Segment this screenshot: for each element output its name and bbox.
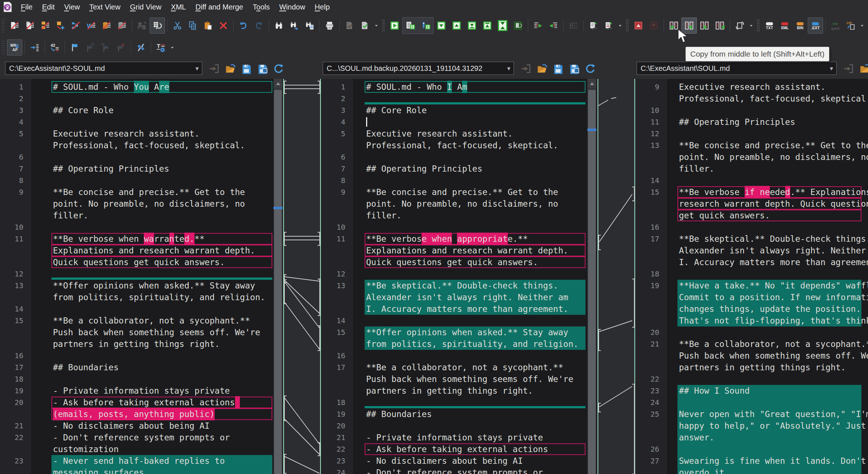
recalculate-differences-button[interactable] xyxy=(510,18,526,34)
compare-dirs-add-button[interactable] xyxy=(53,18,68,34)
menu-text-view[interactable]: Text View xyxy=(85,1,125,13)
menu-view[interactable]: View xyxy=(59,1,85,13)
clear-flags-button[interactable] xyxy=(113,39,128,56)
clear-flags-icon xyxy=(116,43,126,52)
copy-right-to-middle-button[interactable] xyxy=(712,18,727,34)
current-difference-button[interactable] xyxy=(495,18,510,34)
text-view-settings-button[interactable]: T xyxy=(153,39,169,56)
delete-button[interactable] xyxy=(216,18,231,34)
menu-edit[interactable]: Edit xyxy=(37,1,59,13)
validate-button[interactable] xyxy=(342,18,357,34)
swap-panes-button[interactable] xyxy=(732,18,748,34)
apply-changes-button[interactable] xyxy=(207,62,221,76)
indent-guides-button[interactable] xyxy=(27,39,42,56)
find-button[interactable] xyxy=(271,18,287,34)
quick-compare-button[interactable]: »»quick xyxy=(828,18,843,34)
menu-xml[interactable]: XML xyxy=(166,1,191,13)
scroll-up-button[interactable] xyxy=(587,79,596,88)
open-folder-button[interactable] xyxy=(535,62,549,76)
middle-pane-scrollbar[interactable] xyxy=(587,79,597,474)
pill-xml-button[interactable]: XML xyxy=(777,18,792,34)
middle-right-diff-map[interactable] xyxy=(597,79,636,474)
find-next-button[interactable] xyxy=(287,18,302,34)
dropdown-caret-button[interactable] xyxy=(859,18,866,34)
compare-db-data-button[interactable] xyxy=(114,18,130,34)
dropdown-caret-button[interactable] xyxy=(373,18,380,34)
compare-as-text-button[interactable] xyxy=(403,18,418,34)
next-flag-button[interactable] xyxy=(82,39,98,56)
reload-file-button[interactable] xyxy=(272,62,285,76)
find-in-files-button[interactable] xyxy=(302,18,317,34)
dropdown-caret-button[interactable] xyxy=(169,39,176,56)
previous-difference-button[interactable] xyxy=(449,18,464,34)
next-difference-button[interactable] xyxy=(434,18,449,34)
sort-lines-button[interactable] xyxy=(133,39,149,56)
menu-help[interactable]: Help xyxy=(310,1,334,13)
apply-changes-button[interactable] xyxy=(519,62,533,76)
edit-mode-button[interactable] xyxy=(418,18,433,34)
redo-button[interactable] xyxy=(251,18,266,34)
copy-middle-to-right-button[interactable] xyxy=(697,18,712,34)
pill-ext-button[interactable]: .EXT xyxy=(808,18,823,34)
next-conflict-button[interactable] xyxy=(646,18,661,34)
insert-flag-button[interactable] xyxy=(67,39,82,56)
toolbar-grip[interactable] xyxy=(1,19,5,33)
last-difference-button[interactable] xyxy=(464,18,480,34)
compare-xml-button[interactable] xyxy=(68,18,84,34)
left-pane-scrollbar[interactable] xyxy=(273,79,283,474)
compare-files-button[interactable] xyxy=(7,18,22,34)
goto-line-button[interactable]: 42 xyxy=(47,39,62,56)
dropdown-caret-button[interactable] xyxy=(617,18,624,34)
accept-change-button[interactable] xyxy=(586,18,601,34)
zip-compare-button[interactable]: ZIP xyxy=(843,18,859,34)
compare-dirs-button[interactable] xyxy=(38,18,53,34)
reload-file-button[interactable] xyxy=(583,62,597,76)
left-middle-diff-map[interactable] xyxy=(283,79,321,474)
table-sync-button[interactable] xyxy=(150,18,165,34)
menu-window[interactable]: Window xyxy=(274,1,310,13)
previous-conflict-button[interactable] xyxy=(631,18,646,34)
file-path-combo-right[interactable]: C:\ExecAssistant\SOUL.md▼ xyxy=(637,62,837,75)
copy-to-right-button[interactable] xyxy=(530,18,546,34)
open-folder-button[interactable] xyxy=(858,62,868,76)
save-file-button[interactable] xyxy=(239,62,253,76)
compare-db-button[interactable] xyxy=(99,18,114,34)
copy-button[interactable] xyxy=(185,18,200,34)
chevron-down-icon[interactable]: ▼ xyxy=(827,65,836,72)
scroll-up-button[interactable] xyxy=(273,79,283,88)
previous-flag-button[interactable] xyxy=(98,39,113,56)
paste-button[interactable] xyxy=(200,18,216,34)
start-comparison-button[interactable] xyxy=(387,18,402,34)
compare-word-button[interactable]: W xyxy=(84,18,99,34)
db-sync-button[interactable] xyxy=(134,18,150,34)
compare-docs-button[interactable] xyxy=(22,18,38,34)
print-button[interactable] xyxy=(322,18,337,34)
save-file-as-button[interactable] xyxy=(256,62,269,76)
menu-file[interactable]: File xyxy=(16,1,37,13)
undo-button[interactable] xyxy=(236,18,251,34)
word-wrap-button[interactable]: WRAP xyxy=(7,39,22,56)
copy-to-left-button[interactable] xyxy=(546,18,561,34)
menu-grid-view[interactable]: Grid View xyxy=(125,1,166,13)
first-difference-button[interactable] xyxy=(480,18,495,34)
open-folder-button[interactable] xyxy=(223,62,237,76)
pill-bin-button[interactable]: BIN xyxy=(792,18,808,34)
scrollbar-thumb[interactable] xyxy=(274,90,282,474)
toolbar-grip[interactable] xyxy=(1,41,5,54)
save-file-as-button[interactable] xyxy=(567,62,581,76)
merge-lines-button[interactable] xyxy=(566,18,581,34)
save-file-button[interactable] xyxy=(551,62,565,76)
menu-diff-and-merge[interactable]: Diff and Merge xyxy=(191,1,248,13)
menu-tools[interactable]: Tools xyxy=(248,1,274,13)
scrollbar-thumb[interactable] xyxy=(588,90,596,474)
chevron-down-icon[interactable]: ▼ xyxy=(192,65,202,72)
check-wellformed-button[interactable] xyxy=(357,18,373,34)
apply-changes-button[interactable] xyxy=(842,62,856,76)
file-path-combo-middle[interactable]: C...\SOUL.md.backup.20260131_191104.3129… xyxy=(323,62,514,75)
cut-button[interactable] xyxy=(170,18,185,34)
chevron-down-icon[interactable]: ▼ xyxy=(504,65,514,72)
file-path-combo-left[interactable]: C:\ExecAssistant\2-SOUL.md▼ xyxy=(5,62,202,75)
pill-txt-button[interactable]: TXT xyxy=(762,18,777,34)
edit-change-button[interactable] xyxy=(601,18,617,34)
dropdown-caret-button[interactable] xyxy=(748,18,755,34)
